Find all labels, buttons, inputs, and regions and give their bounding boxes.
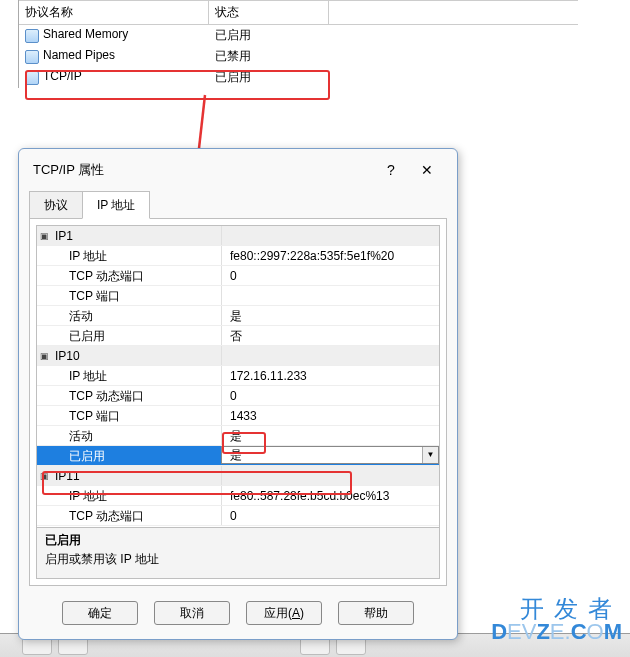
dialog-titlebar: TCP/IP 属性 ? ✕ [19,149,457,189]
property-label: TCP 动态端口 [51,386,221,405]
property-label: TCP 动态端口 [51,266,221,285]
property-row[interactable]: TCP 端口1433 [37,406,439,426]
property-value[interactable]: 是 [221,426,439,445]
dialog-title: TCP/IP 属性 [33,161,373,179]
group-header[interactable]: ▣ IP10 [37,346,439,366]
property-value[interactable]: 否 [221,326,439,345]
tab-protocol[interactable]: 协议 [29,191,83,219]
property-row[interactable]: 活动是 [37,306,439,326]
table-row[interactable]: TCP/IP 已启用 [19,67,578,88]
group-name: IP11 [51,466,221,485]
property-value[interactable]: fe80::2997:228a:535f:5e1f%20 [221,246,439,265]
cancel-button[interactable]: 取消 [154,601,230,625]
question-icon: ? [387,162,395,178]
table-row[interactable]: Shared Memory 已启用 [19,25,578,46]
property-label: IP 地址 [51,486,221,505]
property-value[interactable]: fe80::587:28fe:b5cd:b0ec%13 [221,486,439,505]
protocol-status: 已禁用 [209,48,329,65]
chevron-down-icon: ▼ [427,447,435,463]
group-value [221,226,439,245]
property-value[interactable]: 0 [221,386,439,405]
protocol-status: 已启用 [209,27,329,44]
protocol-name: Named Pipes [19,48,209,65]
tcpip-properties-dialog: TCP/IP 属性 ? ✕ 协议 IP 地址 ▣ IP1 IP 地址fe80::… [18,148,458,640]
protocol-name: TCP/IP [19,69,209,86]
property-label: 已启用 [51,446,221,465]
table-row[interactable]: Named Pipes 已禁用 [19,46,578,67]
protocol-table: 协议名称 状态 Shared Memory 已启用 Named Pipes 已禁… [18,0,578,88]
property-label: IP 地址 [51,246,221,265]
tab-page: ▣ IP1 IP 地址fe80::2997:228a:535f:5e1f%20 … [29,218,447,586]
dialog-buttons: 确定 取消 应用(A) 帮助 [19,593,457,639]
property-value-editor[interactable]: 是 ▼ [221,446,439,464]
column-header-name[interactable]: 协议名称 [19,1,209,24]
protocol-status: 已启用 [209,69,329,86]
property-value[interactable] [221,286,439,305]
group-value [221,466,439,485]
group-name: IP10 [51,346,221,365]
watermark-en: DEVZE.COM [491,621,622,643]
group-header[interactable]: ▣ IP1 [37,226,439,246]
protocol-name: Shared Memory [19,27,209,44]
collapse-icon[interactable]: ▣ [37,466,51,485]
property-row[interactable]: TCP 动态端口0 [37,506,439,526]
collapse-icon[interactable]: ▣ [37,346,51,365]
property-label: 已启用 [51,326,221,345]
property-label: 活动 [51,306,221,325]
button-label: 帮助 [364,605,388,622]
column-header-status[interactable]: 状态 [209,1,329,24]
tab-strip: 协议 IP 地址 [19,191,457,219]
property-value[interactable]: 0 [221,506,439,525]
property-row-selected[interactable]: 已启用 是 ▼ [37,446,439,466]
property-value[interactable]: 172.16.11.233 [221,366,439,385]
property-grid[interactable]: ▣ IP1 IP 地址fe80::2997:228a:535f:5e1f%20 … [36,225,440,528]
property-label: 活动 [51,426,221,445]
description-body: 启用或禁用该 IP 地址 [45,551,431,568]
tab-ip-addresses[interactable]: IP 地址 [82,191,150,219]
description-title: 已启用 [45,532,431,549]
apply-button[interactable]: 应用(A) [246,601,322,625]
group-name: IP1 [51,226,221,245]
property-label: IP 地址 [51,366,221,385]
property-label: TCP 端口 [51,286,221,305]
property-row[interactable]: IP 地址fe80::2997:228a:535f:5e1f%20 [37,246,439,266]
dropdown-button[interactable]: ▼ [422,447,438,463]
property-label: TCP 动态端口 [51,506,221,525]
close-icon: ✕ [421,162,433,178]
close-button[interactable]: ✕ [409,159,445,181]
watermark-logo: 开发者 DEVZE.COM [491,597,622,643]
protocol-table-header: 协议名称 状态 [19,0,578,25]
collapse-icon[interactable]: ▣ [37,226,51,245]
property-row[interactable]: TCP 端口 [37,286,439,306]
ok-button[interactable]: 确定 [62,601,138,625]
hotkey: A [292,606,300,620]
help-button[interactable]: 帮助 [338,601,414,625]
description-pane: 已启用 启用或禁用该 IP 地址 [36,528,440,579]
property-label: TCP 端口 [51,406,221,425]
property-row[interactable]: 已启用否 [37,326,439,346]
property-value: 是 [230,448,242,462]
help-button[interactable]: ? [373,159,409,181]
group-header[interactable]: ▣ IP11 [37,466,439,486]
group-value [221,346,439,365]
property-value[interactable]: 1433 [221,406,439,425]
property-row[interactable]: TCP 动态端口0 [37,266,439,286]
property-row[interactable]: TCP 动态端口0 [37,386,439,406]
property-row[interactable]: IP 地址fe80::587:28fe:b5cd:b0ec%13 [37,486,439,506]
property-row[interactable]: 活动是 [37,426,439,446]
button-label: 确定 [88,605,112,622]
button-label: 应用 [264,605,288,622]
property-value[interactable]: 0 [221,266,439,285]
property-value[interactable]: 是 [221,306,439,325]
property-row[interactable]: IP 地址172.16.11.233 [37,366,439,386]
button-label: 取消 [180,605,204,622]
watermark-cn: 开发者 [491,597,622,621]
